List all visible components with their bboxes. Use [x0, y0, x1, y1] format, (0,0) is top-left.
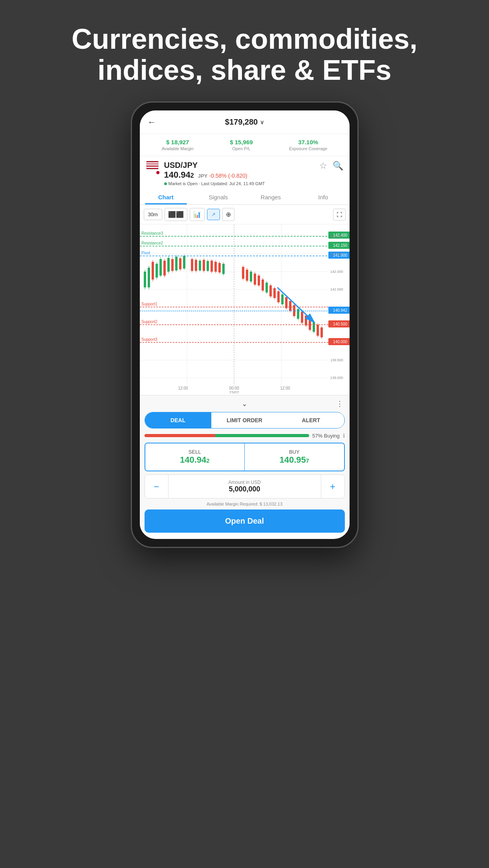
amount-minus-button[interactable]: − [145, 475, 168, 498]
collapse-chevron-icon[interactable]: ⌄ [242, 399, 247, 408]
svg-text:Support3: Support3 [141, 337, 158, 342]
more-options-icon[interactable]: ⋮ [336, 399, 343, 408]
svg-text:140.000: 140.000 [333, 340, 347, 344]
margin-required-text: Available Margin Required: $ 13,032.13 [145, 502, 345, 506]
deal-tab-limit[interactable]: LIMIT ORDER [211, 412, 278, 428]
balance-value: $179,280 [225, 118, 258, 127]
sentiment-label: 57% Buying [312, 433, 339, 439]
indicators-button[interactable]: 📊 [190, 208, 205, 221]
price-change: -0.58% (-0.820) [209, 173, 247, 179]
available-margin-value: $ 18,927 [162, 139, 194, 145]
svg-text:141.500: 141.500 [330, 287, 343, 291]
svg-text:Support1: Support1 [141, 302, 158, 306]
svg-text:142.150: 142.150 [333, 243, 347, 248]
tabs-bar: Chart Signals Ranges Info [140, 188, 350, 205]
svg-text:139.000: 139.000 [330, 376, 343, 380]
svg-text:143.000: 143.000 [330, 234, 343, 238]
open-pl: $ 15,969 Open P/L [230, 139, 253, 151]
exposure-label: Exposure Coverage [289, 146, 327, 151]
sentiment-sell-bar [145, 434, 215, 437]
open-pl-label: Open P/L [230, 146, 253, 151]
page-headline: Currencies, commodities, indices, share … [40, 0, 449, 101]
deal-tabs: DEAL LIMIT ORDER ALERT [145, 412, 345, 428]
back-button[interactable]: ← [148, 117, 156, 127]
sentiment-row: 57% Buying ℹ [145, 432, 345, 439]
screen-header: ← $179,280 ∨ [140, 110, 350, 134]
exposure-value: 37.10% [289, 139, 327, 145]
amount-center: Amount in USD 5,000,000 [168, 475, 321, 498]
instrument-actions: ☆ 🔍 [319, 161, 343, 171]
candle-type-button[interactable]: ⬛⬛ [165, 208, 187, 221]
search-icon[interactable]: 🔍 [333, 161, 343, 171]
price-chart: Resistance3 142.400 Resistance2 142.150 … [140, 224, 350, 394]
deal-tab-alert[interactable]: ALERT [278, 412, 344, 428]
market-status: Market is Open · Last Updated: Jul 24, 1… [164, 181, 265, 186]
balance-chevron: ∨ [260, 119, 264, 125]
chart-area: 30m ⬛⬛ 📊 ↗ ⊕ ⛶ [140, 205, 350, 395]
chart-svg-wrapper: Resistance3 142.400 Resistance2 142.150 … [140, 224, 350, 395]
instrument-details: USD/JPY 140.942 JPY -0.58% (-0.820) Mark… [164, 161, 265, 186]
svg-text:23/07: 23/07 [229, 391, 239, 394]
sell-price: 140.942 [145, 455, 245, 465]
margin-bar: $ 18,927 Available Margin $ 15,969 Open … [140, 134, 350, 156]
price-row: 140.942 JPY -0.58% (-0.820) [164, 170, 265, 180]
buy-label: BUY [245, 449, 344, 455]
svg-text:12:00: 12:00 [178, 386, 188, 390]
exposure-coverage: 37.10% Exposure Coverage [289, 139, 327, 151]
svg-text:139.500: 139.500 [330, 358, 343, 362]
phone-screen: ← $179,280 ∨ $ 18,927 Available Margin $… [140, 110, 350, 539]
available-margin-label: Available Margin [162, 146, 194, 151]
balance-display[interactable]: $179,280 ∨ [225, 118, 264, 127]
amount-value[interactable]: 5,000,000 [168, 485, 321, 493]
timeframe-button[interactable]: 30m [144, 209, 162, 220]
svg-text:Resistance3: Resistance3 [141, 231, 163, 235]
svg-text:142.000: 142.000 [330, 270, 343, 274]
buy-price: 140.957 [245, 455, 344, 465]
sentiment-buy-bar [215, 434, 309, 437]
available-margin: $ 18,927 Available Margin [162, 139, 194, 151]
currency-flag [146, 161, 160, 175]
sentiment-info-icon[interactable]: ℹ [343, 432, 345, 439]
sentiment-bar [145, 434, 310, 437]
tab-ranges[interactable]: Ranges [245, 188, 297, 204]
crosshair-button[interactable]: ⊕ [222, 208, 234, 221]
bottom-panel: ⌄ ⋮ DEAL LIMIT ORDER ALERT 57% Buying ℹ [140, 395, 350, 533]
sell-button[interactable]: SELL 140.942 [145, 443, 245, 471]
sell-label: SELL [145, 449, 245, 455]
svg-text:140.500: 140.500 [333, 322, 347, 326]
jp-flag-dot [156, 170, 160, 175]
tab-signals[interactable]: Signals [192, 188, 245, 204]
phone-mockup: ← $179,280 ∨ $ 18,927 Available Margin $… [131, 101, 359, 548]
open-pl-value: $ 15,969 [230, 139, 253, 145]
us-flag [146, 161, 159, 169]
instrument-info: USD/JPY 140.942 JPY -0.58% (-0.820) Mark… [146, 161, 265, 186]
svg-text:Support2: Support2 [141, 320, 158, 324]
amount-row: − Amount in USD 5,000,000 + [145, 474, 345, 498]
svg-text:12:00: 12:00 [280, 386, 290, 390]
svg-text:Resistance2: Resistance2 [141, 241, 163, 245]
svg-rect-0 [140, 224, 350, 394]
svg-text:142.500: 142.500 [330, 252, 343, 256]
buy-button[interactable]: BUY 140.957 [245, 443, 344, 471]
buy-sell-row: SELL 140.942 BUY 140.957 [145, 443, 345, 471]
watchlist-icon[interactable]: ☆ [319, 161, 327, 171]
trend-line-button[interactable]: ↗ [207, 209, 220, 220]
instrument-header: USD/JPY 140.942 JPY -0.58% (-0.820) Mark… [140, 156, 350, 188]
amount-plus-button[interactable]: + [321, 475, 344, 498]
open-deal-button[interactable]: Open Deal [145, 509, 345, 533]
market-open-dot [164, 182, 167, 185]
amount-label: Amount in USD [168, 480, 321, 485]
instrument-name: USD/JPY [164, 161, 265, 170]
svg-text:140.942: 140.942 [333, 308, 347, 313]
deal-tab-deal[interactable]: DEAL [145, 412, 211, 428]
instrument-price: 140.942 JPY [164, 170, 208, 180]
svg-text:00:00: 00:00 [229, 386, 239, 390]
svg-text:Pivot: Pivot [141, 251, 150, 255]
tab-info[interactable]: Info [297, 188, 350, 204]
fullscreen-button[interactable]: ⛶ [333, 209, 346, 221]
collapse-row: ⌄ ⋮ [140, 395, 350, 412]
tab-chart[interactable]: Chart [140, 188, 192, 204]
chart-toolbar: 30m ⬛⬛ 📊 ↗ ⊕ ⛶ [140, 205, 350, 224]
